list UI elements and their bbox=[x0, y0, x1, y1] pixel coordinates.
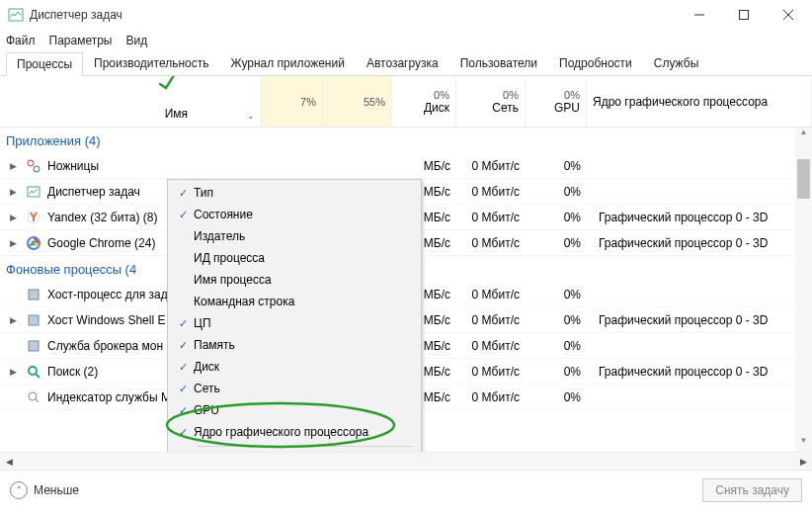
expand-icon[interactable]: ▶ bbox=[10, 213, 20, 222]
sort-indicator-icon: ⌄ bbox=[247, 111, 255, 121]
group-applications[interactable]: Приложения (4) bbox=[0, 128, 812, 153]
expand-icon[interactable]: ▶ bbox=[10, 161, 20, 171]
scroll-left-icon[interactable]: ◀ bbox=[0, 457, 18, 467]
menu-item-gpu-engine[interactable]: ✓Ядро графического процессора bbox=[168, 421, 421, 443]
expand-icon[interactable]: ▶ bbox=[10, 315, 20, 325]
titlebar: Диспетчер задач bbox=[0, 0, 812, 30]
svg-point-6 bbox=[34, 166, 40, 172]
column-cpu[interactable]: 7% bbox=[262, 76, 323, 127]
close-button[interactable] bbox=[766, 0, 810, 30]
process-icon bbox=[26, 312, 41, 328]
vertical-scrollbar[interactable]: ▲ ▼ bbox=[795, 128, 812, 452]
svg-rect-2 bbox=[739, 11, 748, 20]
column-memory[interactable]: 55% bbox=[323, 76, 392, 127]
process-icon bbox=[26, 287, 41, 302]
menu-item-disk[interactable]: ✓Диск bbox=[168, 356, 421, 378]
svg-point-18 bbox=[29, 392, 37, 400]
menu-separator bbox=[198, 446, 413, 447]
footer: ˄ Меньше Снять задачу bbox=[0, 470, 812, 509]
column-context-menu: ✓Тип ✓Состояние Издатель ИД процесса Имя… bbox=[167, 179, 422, 452]
svg-rect-13 bbox=[29, 290, 39, 300]
svg-point-16 bbox=[29, 367, 37, 375]
svg-text:Y: Y bbox=[30, 211, 38, 224]
end-task-button[interactable]: Снять задачу bbox=[702, 478, 802, 502]
column-network[interactable]: 0%Сеть bbox=[456, 76, 526, 127]
column-gpu[interactable]: 0%GPU bbox=[526, 76, 587, 127]
menu-item-process-name[interactable]: Имя процесса bbox=[168, 269, 421, 291]
tab-app-history[interactable]: Журнал приложений bbox=[220, 51, 356, 75]
column-disk[interactable]: 0%Диск bbox=[392, 76, 456, 127]
menu-item-type[interactable]: ✓Тип bbox=[168, 182, 421, 204]
menubar: Файл Параметры Вид bbox=[0, 30, 812, 51]
app-icon bbox=[8, 7, 24, 23]
menu-file[interactable]: Файл bbox=[6, 34, 36, 47]
menu-item-gpu[interactable]: ✓GPU bbox=[168, 399, 421, 421]
menu-item-command-line[interactable]: Командная строка bbox=[168, 291, 421, 312]
scroll-right-icon[interactable]: ▶ bbox=[794, 457, 812, 467]
app-icon-taskmanager bbox=[26, 184, 41, 200]
svg-rect-7 bbox=[28, 187, 40, 197]
tab-startup[interactable]: Автозагрузка bbox=[356, 51, 449, 75]
scrollbar-thumb[interactable] bbox=[797, 159, 810, 199]
menu-view[interactable]: Вид bbox=[125, 34, 147, 47]
tab-performance[interactable]: Производительность bbox=[83, 51, 219, 75]
menu-options[interactable]: Параметры bbox=[49, 34, 113, 47]
tabs: Процессы Производительность Журнал прило… bbox=[0, 51, 812, 76]
menu-item-status[interactable]: ✓Состояние bbox=[168, 204, 421, 225]
chevron-up-icon: ˄ bbox=[10, 481, 28, 499]
column-name[interactable]: Имя ⌄ bbox=[0, 76, 262, 127]
svg-line-17 bbox=[36, 374, 40, 378]
column-headers[interactable]: Имя ⌄ 7% 55% 0%Диск 0%Сеть 0%GPU Ядро гр… bbox=[0, 76, 812, 128]
tab-details[interactable]: Подробности bbox=[548, 51, 643, 75]
process-icon bbox=[26, 389, 41, 405]
menu-item-cpu[interactable]: ✓ЦП bbox=[168, 312, 421, 334]
table-row[interactable]: ▶Ножницы МБ/с0 Мбит/с 0% bbox=[0, 153, 812, 179]
app-icon-search bbox=[26, 364, 41, 380]
svg-rect-15 bbox=[29, 341, 39, 351]
fewer-details-button[interactable]: ˄ Меньше bbox=[10, 481, 79, 499]
expand-icon[interactable]: ▶ bbox=[10, 187, 20, 197]
menu-item-publisher[interactable]: Издатель bbox=[168, 225, 421, 247]
menu-item-memory[interactable]: ✓Память bbox=[168, 334, 421, 356]
svg-point-5 bbox=[28, 160, 34, 166]
column-gpu-engine[interactable]: Ядро графического процессора bbox=[587, 76, 812, 127]
tab-processes[interactable]: Процессы bbox=[6, 52, 83, 76]
horizontal-scrollbar[interactable]: ◀ ▶ bbox=[0, 452, 812, 470]
app-icon-yandex: Y bbox=[26, 210, 41, 225]
minimize-button[interactable] bbox=[677, 0, 721, 30]
app-icon-snipping bbox=[26, 158, 41, 174]
menu-item-pid[interactable]: ИД процесса bbox=[168, 247, 421, 269]
menu-item-network[interactable]: ✓Сеть bbox=[168, 378, 421, 399]
expand-icon[interactable]: ▶ bbox=[10, 367, 20, 377]
maximize-button[interactable] bbox=[721, 0, 766, 30]
svg-line-19 bbox=[36, 399, 39, 402]
process-table: Имя ⌄ 7% 55% 0%Диск 0%Сеть 0%GPU Ядро гр… bbox=[0, 76, 812, 452]
expand-icon[interactable]: ▶ bbox=[10, 238, 20, 248]
menu-item-resource-values[interactable]: Значения ресурсов▶ bbox=[168, 450, 421, 452]
window-title: Диспетчер задач bbox=[30, 8, 677, 22]
tab-users[interactable]: Пользователи bbox=[449, 51, 548, 75]
process-icon bbox=[26, 338, 41, 354]
app-icon-chrome bbox=[26, 235, 41, 251]
tab-services[interactable]: Службы bbox=[643, 51, 709, 75]
svg-rect-14 bbox=[29, 315, 39, 325]
column-name-label: Имя bbox=[165, 107, 188, 121]
